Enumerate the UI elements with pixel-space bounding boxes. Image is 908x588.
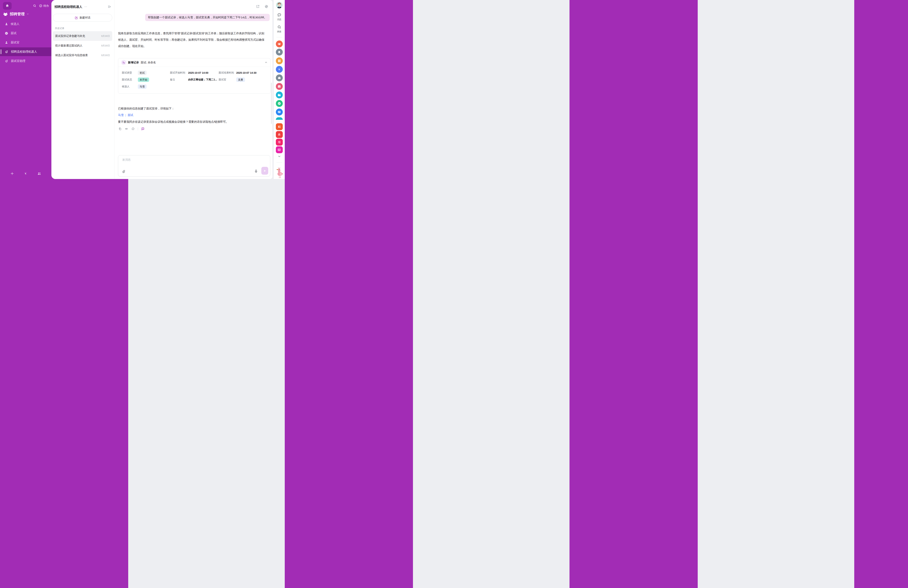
record-action-title: 新增记录	[128, 61, 139, 64]
divider	[276, 162, 282, 163]
person-icon	[5, 41, 8, 44]
new-conversation-button[interactable]: 新建对话	[53, 14, 112, 22]
sidebar-item-interviewer-assistant[interactable]: 面试官助理	[0, 57, 52, 65]
rail-contacts-app[interactable]	[276, 40, 283, 47]
send-button[interactable]	[261, 167, 268, 175]
voice-input-icon[interactable]	[254, 169, 258, 173]
automation-button[interactable]	[24, 172, 27, 175]
sidebar-nav: 候选人 面试 面试官 招聘流程助理机器人	[0, 19, 52, 66]
rail-expand-more[interactable]	[278, 155, 281, 158]
field-value: 2025-10-07 14:30	[236, 71, 256, 74]
rail-custom-app-list[interactable]	[276, 139, 283, 146]
sidebar-item-recruit-bot[interactable]: 招聘流程助理机器人	[0, 47, 52, 56]
add-button[interactable]	[10, 172, 14, 175]
sidebar-bottom-bar	[0, 170, 52, 178]
rail-work-app[interactable]	[276, 74, 283, 81]
composer-placeholder: 发消息	[122, 158, 131, 162]
rail-drive-app[interactable]	[276, 92, 283, 98]
read-aloud-icon[interactable]	[125, 127, 128, 130]
copy-icon[interactable]	[118, 127, 122, 130]
rail-automation-app[interactable]	[276, 66, 283, 73]
app-root: 待办 招聘管理 候选人 面试	[0, 0, 285, 179]
search-label: 搜索	[277, 30, 282, 33]
regenerate-icon[interactable]	[131, 127, 135, 130]
open-in-new-icon[interactable]	[256, 5, 260, 8]
assistant-message: 已根据你的信息创建了面试安排，详情如下：	[118, 107, 174, 111]
rail-custom-app-dashboard[interactable]	[276, 123, 283, 130]
add-record-icon	[121, 60, 126, 65]
rail-tasks-app[interactable]	[276, 100, 283, 107]
settings-gear-icon[interactable]	[264, 5, 269, 8]
todo-button[interactable]: 待办	[39, 4, 49, 8]
candidate-link[interactable]: 马雪	[118, 113, 124, 117]
home-button[interactable]	[3, 2, 11, 10]
flamingo-mascot[interactable]	[275, 167, 284, 178]
workspace-logo-icon	[3, 11, 8, 17]
collapse-card-icon[interactable]	[265, 61, 267, 64]
field-value-chip: 初试	[138, 71, 147, 75]
sidebar-item-interviews[interactable]: 面试	[0, 29, 52, 38]
interview-link[interactable]: 面试	[128, 113, 133, 117]
sidebar-item-interviewers[interactable]: 面试官	[0, 38, 52, 47]
plus-icon	[10, 172, 14, 175]
chevron-down-icon	[26, 13, 29, 15]
divider	[138, 127, 138, 130]
field-label: 候选人	[122, 83, 138, 90]
conversation-list-panel: 招聘流程助理机器人 新建对话 历史记录 面试安排记录创建与补充 9月30日	[52, 0, 114, 179]
sidebar-item-candidates[interactable]: 候选人	[0, 19, 52, 28]
rail-search[interactable]: 搜索	[277, 25, 282, 33]
record-fields: 面试类型 初试 面试开始时间 2025-10-07 14:00 面试结束时间 2…	[118, 67, 270, 90]
new-record-card: 新增记录 面试: 未命名 面试类型 初试 面试开始时间 2025-10-07 1…	[118, 58, 270, 94]
message-composer[interactable]: 发消息	[118, 155, 270, 177]
field-value: 2025-10-07 14:00	[188, 71, 208, 74]
rail-custom-app-model[interactable]	[276, 131, 283, 138]
divider	[276, 122, 282, 122]
bot-title: 招聘流程助理机器人	[55, 5, 82, 9]
field-value-chip: 吴勇	[236, 77, 245, 82]
people-icon	[37, 172, 41, 175]
history-item[interactable]: 面试安排记录创建与补充 9月30日	[53, 31, 112, 41]
history-item[interactable]: 统计最新通过面试的人 9月30日	[53, 41, 112, 50]
field-value: 由李正卿创建；下周二1...	[188, 78, 217, 81]
field-label: 面试开始时间	[170, 69, 188, 76]
rail-custom-app-access[interactable]	[276, 146, 283, 153]
rail-messages[interactable]: 消息	[277, 13, 282, 21]
sidebar-item-label: 面试官	[11, 41, 19, 45]
user-avatar[interactable]	[276, 2, 283, 8]
field-label: 面试官	[219, 76, 236, 83]
workspace-switcher[interactable]: 招聘管理	[3, 11, 49, 18]
chat-scrollbar[interactable]	[271, 83, 272, 124]
more-options-icon[interactable]	[84, 5, 87, 8]
history-list: 面试安排记录创建与补充 9月30日 统计最新通过面试的人 9月30日 候选人面试…	[53, 31, 112, 60]
history-section-label: 历史记录	[55, 27, 64, 30]
sidebar-item-label: 候选人	[11, 22, 19, 26]
user-message-row: 帮我创建一个面试记录，候选人马雪，面试官吴勇，开始时间是下周二下午14点，时长3…	[118, 14, 270, 21]
members-button[interactable]	[37, 172, 41, 175]
messages-label: 消息	[277, 18, 282, 21]
rail-notifications-app[interactable]	[276, 49, 283, 56]
sidebar-item-label: 招聘流程助理机器人	[11, 50, 37, 54]
rail-comments-app[interactable]	[276, 109, 283, 116]
home-icon	[5, 4, 9, 8]
rail-calendar-app[interactable]: 14	[276, 83, 283, 90]
badge-check-icon	[5, 32, 8, 35]
chat-toolbar	[256, 5, 269, 8]
field-label: 备注	[170, 76, 188, 83]
feedback-icon[interactable]	[141, 127, 145, 130]
collapse-panel-icon[interactable]	[108, 5, 111, 8]
rail-hidden-app[interactable]	[276, 117, 283, 120]
new-conversation-label: 新建对话	[79, 16, 90, 19]
main-panel: 招聘流程助理机器人 新建对话 历史记录 面试安排记录创建与补充 9月30日	[52, 0, 272, 179]
message-actions	[118, 127, 145, 130]
sidebar-search-icon[interactable]	[33, 4, 37, 8]
link-separator: |	[125, 114, 126, 117]
rail-workbench-app[interactable]	[276, 57, 283, 64]
field-label: 面试状态	[122, 76, 138, 83]
history-item[interactable]: 候选人面试安排与信息核查 9月30日	[53, 50, 112, 60]
attachment-icon[interactable]	[122, 170, 125, 173]
lightning-sparkles-icon	[24, 172, 27, 175]
robot-icon	[5, 50, 8, 53]
compose-icon	[75, 16, 78, 19]
conversation-list-header: 招聘流程助理机器人	[55, 4, 111, 10]
recruitment-sidebar: 待办 招聘管理 候选人 面试	[0, 0, 52, 179]
